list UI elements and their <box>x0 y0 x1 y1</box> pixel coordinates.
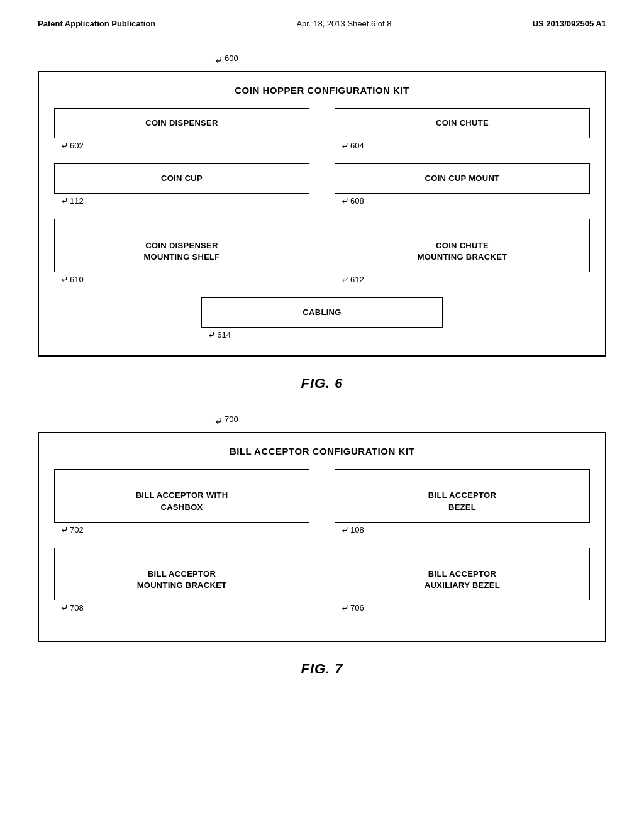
fig7-label: FIG. 7 <box>38 661 606 677</box>
fig6-dispenser-shelf-box: COIN DISPENSER MOUNTING SHELF <box>54 219 309 272</box>
fig7-aux-bezel-label: BILL ACCEPTOR AUXILIARY BEZEL <box>425 569 500 590</box>
fig6-coin-cup-mount-label: COIN CUP MOUNT <box>425 174 500 183</box>
fig7-bill-bezel-box: BILL ACCEPTOR BEZEL <box>335 469 590 523</box>
fig7-bill-bezel-ref-num: 108 <box>350 525 364 534</box>
fig6-coin-dispenser-box: COIN DISPENSER <box>54 108 309 138</box>
fig6-row1: COIN DISPENSER ⤷ 602 COIN CHUTE ⤷ 604 <box>54 108 590 151</box>
fig6-row2: COIN CUP ⤷ 112 COIN CUP MOUNT ⤷ 608 <box>54 163 590 206</box>
fig7-title: BILL ACCEPTOR CONFIGURATION KIT <box>54 446 590 456</box>
fig6-chute-bracket-group: COIN CHUTE MOUNTING BRACKET ⤷ 612 <box>335 219 590 285</box>
ref-curve: ⤷ <box>341 141 349 151</box>
fig7-bill-bezel-group: BILL ACCEPTOR BEZEL ⤷ 108 <box>335 469 590 535</box>
fig6-ref-number: 600 <box>225 53 238 63</box>
fig6-coin-cup-group: COIN CUP ⤷ 112 <box>54 163 309 206</box>
fig6-cabling-group: CABLING ⤷ 614 <box>201 297 442 340</box>
fig6-coin-cup-mount-ref-num: 608 <box>350 196 364 206</box>
fig7-mounting-bracket-box: BILL ACCEPTOR MOUNTING BRACKET <box>54 548 309 601</box>
fig7-section: ⤷ 700 BILL ACCEPTOR CONFIGURATION KIT BI… <box>38 414 606 642</box>
fig6-coin-cup-box: COIN CUP <box>54 163 309 194</box>
fig6-chute-bracket-ref: ⤷ 612 <box>335 275 364 285</box>
header-left: Patent Application Publication <box>38 19 155 28</box>
fig6-chute-bracket-box: COIN CHUTE MOUNTING BRACKET <box>335 219 590 272</box>
fig6-title: COIN HOPPER CONFIGURATION KIT <box>54 85 590 96</box>
fig6-cabling-ref: ⤷ 614 <box>201 330 231 340</box>
fig7-ref-number: 700 <box>225 414 238 424</box>
ref-curve: ⤷ <box>208 330 216 340</box>
fig6-coin-cup-mount-box: COIN CUP MOUNT <box>335 163 590 194</box>
fig6-coin-cup-ref-num: 112 <box>70 196 84 206</box>
fig6-coin-cup-ref: ⤷ 112 <box>54 196 84 206</box>
fig6-coin-dispenser-ref-num: 602 <box>70 141 84 150</box>
page-header: Patent Application Publication Apr. 18, … <box>38 19 606 28</box>
fig6-ref-curve: ⤷ <box>214 53 223 67</box>
fig7-row1: BILL ACCEPTOR WITH CASHBOX ⤷ 702 BILL AC… <box>54 469 590 535</box>
fig7-bill-bezel-label: BILL ACCEPTOR BEZEL <box>428 490 496 511</box>
fig7-bill-cashbox-ref: ⤷ 702 <box>54 525 84 535</box>
fig6-coin-chute-box: COIN CHUTE <box>335 108 590 138</box>
fig7-mounting-bracket-label: BILL ACCEPTOR MOUNTING BRACKET <box>137 569 227 590</box>
fig6-dispenser-shelf-group: COIN DISPENSER MOUNTING SHELF ⤷ 610 <box>54 219 309 285</box>
fig6-coin-cup-label: COIN CUP <box>161 174 203 183</box>
fig6-coin-dispenser-label: COIN DISPENSER <box>145 118 218 128</box>
fig6-coin-chute-ref-num: 604 <box>350 141 364 150</box>
fig6-coin-dispenser-ref: ⤷ 602 <box>54 141 84 151</box>
fig6-coin-cup-mount-group: COIN CUP MOUNT ⤷ 608 <box>335 163 590 206</box>
fig7-row2: BILL ACCEPTOR MOUNTING BRACKET ⤷ 708 BIL… <box>54 548 590 614</box>
fig7-bill-cashbox-ref-num: 702 <box>70 525 84 534</box>
fig7-ref-curve: ⤷ <box>214 414 223 428</box>
fig7-bill-cashbox-box: BILL ACCEPTOR WITH CASHBOX <box>54 469 309 523</box>
fig6-cabling-ref-num: 614 <box>217 330 231 340</box>
fig6-coin-chute-group: COIN CHUTE ⤷ 604 <box>335 108 590 151</box>
ref-curve: ⤷ <box>341 275 349 285</box>
ref-curve: ⤷ <box>60 141 69 151</box>
fig7-mounting-bracket-ref: ⤷ 708 <box>54 603 84 613</box>
fig7-aux-bezel-group: BILL ACCEPTOR AUXILIARY BEZEL ⤷ 706 <box>335 548 590 614</box>
fig6-dispenser-shelf-ref-num: 610 <box>70 275 84 284</box>
fig6-outer-box: COIN HOPPER CONFIGURATION KIT COIN DISPE… <box>38 71 606 357</box>
fig7-aux-bezel-ref-num: 706 <box>350 603 364 612</box>
page: Patent Application Publication Apr. 18, … <box>0 0 644 830</box>
ref-curve: ⤷ <box>60 196 69 206</box>
fig6-coin-cup-mount-ref: ⤷ 608 <box>335 196 364 206</box>
ref-curve: ⤷ <box>60 275 69 285</box>
ref-curve: ⤷ <box>341 603 349 613</box>
fig7-bill-cashbox-group: BILL ACCEPTOR WITH CASHBOX ⤷ 702 <box>54 469 309 535</box>
fig6-row3: COIN DISPENSER MOUNTING SHELF ⤷ 610 COIN… <box>54 219 590 285</box>
header-center: Apr. 18, 2013 Sheet 6 of 8 <box>296 19 391 28</box>
ref-curve: ⤷ <box>341 196 349 206</box>
fig6-dispenser-shelf-ref: ⤷ 610 <box>54 275 84 285</box>
ref-curve: ⤷ <box>60 525 69 535</box>
fig7-mounting-bracket-ref-num: 708 <box>70 603 84 612</box>
fig7-bill-cashbox-label: BILL ACCEPTOR WITH CASHBOX <box>136 490 228 511</box>
ref-curve: ⤷ <box>60 603 69 613</box>
ref-curve: ⤷ <box>341 525 349 535</box>
fig6-cabling-box: CABLING <box>201 297 442 328</box>
fig7-outer-box: BILL ACCEPTOR CONFIGURATION KIT BILL ACC… <box>38 432 606 642</box>
fig6-coin-dispenser-group: COIN DISPENSER ⤷ 602 <box>54 108 309 151</box>
fig7-aux-bezel-ref: ⤷ 706 <box>335 603 364 613</box>
header-right: US 2013/092505 A1 <box>533 19 606 28</box>
fig6-dispenser-shelf-label: COIN DISPENSER MOUNTING SHELF <box>143 241 219 262</box>
fig6-cabling-row: CABLING ⤷ 614 <box>54 297 590 340</box>
fig7-aux-bezel-box: BILL ACCEPTOR AUXILIARY BEZEL <box>335 548 590 601</box>
fig7-bill-bezel-ref: ⤷ 108 <box>335 525 364 535</box>
fig6-chute-bracket-ref-num: 612 <box>350 275 364 284</box>
fig7-mounting-bracket-group: BILL ACCEPTOR MOUNTING BRACKET ⤷ 708 <box>54 548 309 614</box>
fig6-label: FIG. 6 <box>38 375 606 392</box>
fig6-chute-bracket-label: COIN CHUTE MOUNTING BRACKET <box>418 241 508 262</box>
fig6-coin-chute-ref: ⤷ 604 <box>335 141 364 151</box>
fig6-coin-chute-label: COIN CHUTE <box>436 118 489 128</box>
fig6-cabling-label: CABLING <box>303 307 341 317</box>
fig6-section: ⤷ 600 COIN HOPPER CONFIGURATION KIT COIN… <box>38 53 606 357</box>
